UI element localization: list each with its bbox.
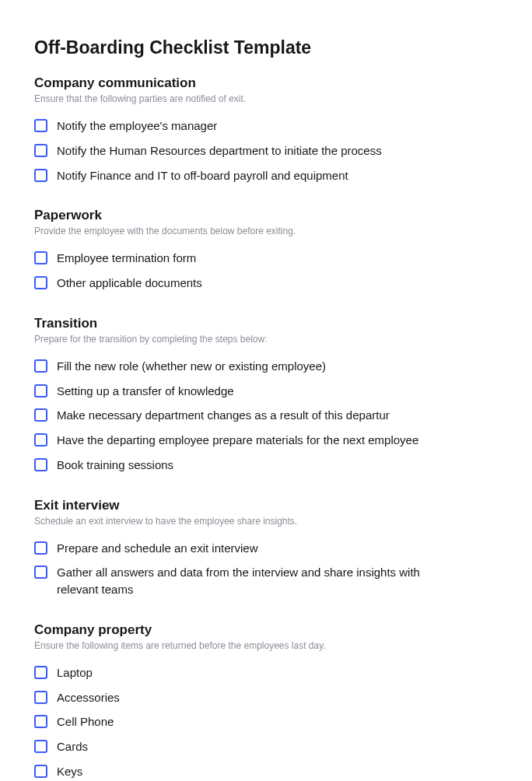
item-label: Gather all answers and data from the int… [57,564,446,598]
section: PaperworkProvide the employee with the d… [34,208,498,296]
item-label: Prepare and schedule an exit interview [57,540,258,557]
checkbox[interactable] [34,251,47,264]
list-item: Cards [34,734,498,759]
item-label: Book training sessions [57,457,173,474]
checkbox[interactable] [34,384,47,398]
section-title: Paperwork [34,208,498,223]
checkbox[interactable] [34,276,47,289]
list-item: Keys [34,759,498,781]
checkbox[interactable] [34,144,47,157]
item-label: Make necessary department changes as a r… [57,407,390,424]
item-label: Notify the employee's manager [57,117,217,135]
section-title: Transition [34,316,498,331]
list-item: Have the departing employee prepare mate… [34,428,498,453]
list-item: Notify the Human Resources department to… [34,138,498,163]
item-label: Laptop [57,664,93,681]
list-item: Notify Finance and IT to off-board payro… [34,163,498,188]
checkbox[interactable] [34,458,47,471]
page-title: Off-Boarding Checklist Template [34,37,498,58]
list-item: Make necessary department changes as a r… [34,403,498,428]
section-desc: Prepare for the transition by completing… [34,334,498,345]
list-item: Other applicable documents [34,271,498,296]
section: Company propertyEnsure the following ite… [34,622,498,781]
checkbox[interactable] [34,359,47,373]
section-title: Company property [34,622,498,638]
list-item: Fill the new role (whether new or existi… [34,354,498,379]
section-desc: Ensure the following items are returned … [34,640,498,651]
item-label: Keys [57,763,82,780]
list-item: Notify the employee's manager [34,114,498,138]
item-label: Setting up a transfer of knowledge [57,383,234,400]
checkbox[interactable] [34,715,47,728]
section-title: Exit interview [34,498,498,513]
checkbox[interactable] [34,541,47,555]
checkbox[interactable] [34,691,47,704]
checkbox[interactable] [34,765,47,778]
section-desc: Ensure that the following parties are no… [34,93,498,104]
section: Exit interviewSchedule an exit interview… [34,498,498,602]
list-item: Gather all answers and data from the int… [34,560,498,602]
list-item: Setting up a transfer of knowledge [34,379,498,404]
checkbox[interactable] [34,433,47,447]
item-label: Employee termination form [57,250,196,267]
checkbox[interactable] [34,408,47,422]
item-label: Cell Phone [57,713,114,730]
item-label: Accessories [57,689,120,706]
item-label: Have the departing employee prepare mate… [57,432,418,449]
section-desc: Schedule an exit interview to have the e… [34,516,498,527]
list-item: Book training sessions [34,453,498,478]
section: Company communicationEnsure that the fol… [34,75,498,187]
checkbox[interactable] [34,119,47,132]
list-item: Laptop [34,660,498,685]
checkbox[interactable] [34,666,47,679]
list-item: Cell Phone [34,709,498,734]
list-item: Accessories [34,685,498,710]
item-label: Notify the Human Resources department to… [57,142,382,159]
section-desc: Provide the employee with the documents … [34,226,498,236]
list-item: Prepare and schedule an exit interview [34,536,498,561]
checkbox[interactable] [34,740,47,753]
item-label: Fill the new role (whether new or existi… [57,358,326,375]
checkbox[interactable] [34,566,47,579]
checkbox[interactable] [34,169,47,182]
item-label: Cards [57,738,88,755]
section-title: Company communication [34,75,498,91]
item-label: Notify Finance and IT to off-board payro… [57,167,348,184]
section: TransitionPrepare for the transition by … [34,316,498,478]
list-item: Employee termination form [34,246,498,271]
item-label: Other applicable documents [57,275,202,292]
